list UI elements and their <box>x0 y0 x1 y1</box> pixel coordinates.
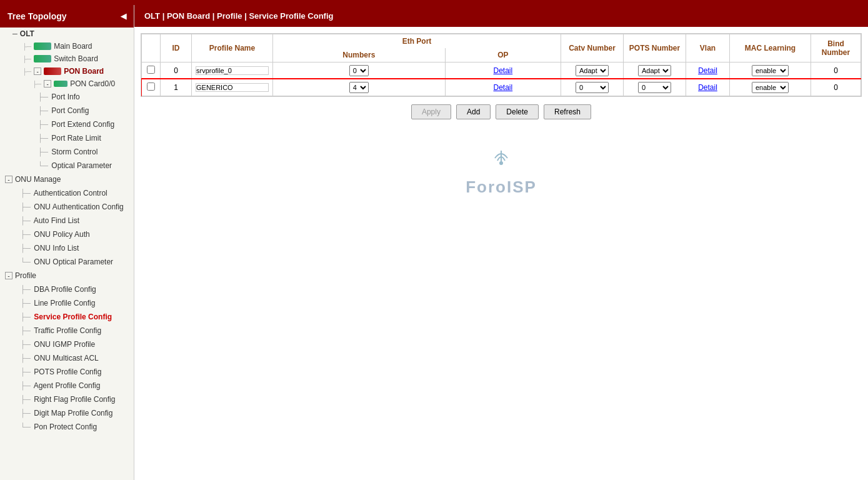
col-header-catv: Catv Number <box>561 34 624 62</box>
row1-profile-name-input[interactable] <box>196 83 269 92</box>
nav-onu-auth-config[interactable]: ├─ ONU Authentication Config <box>0 200 134 214</box>
row0-checkbox-cell <box>142 62 161 79</box>
nav-onu-multicast-acl[interactable]: ├─ ONU Multicast ACL <box>0 351 134 365</box>
table-wrapper: ID Profile Name Eth Port Catv Number POT… <box>141 33 862 97</box>
col-header-profile-name: Profile Name <box>192 34 273 62</box>
nav-service-profile[interactable]: ├─ Service Profile Config <box>0 310 134 324</box>
nav-port-config[interactable]: ├─ Port Config <box>0 104 134 118</box>
foro-isp-antenna-icon <box>489 144 514 169</box>
nav-port-rate-limit[interactable]: ├─ Port Rate Limit <box>0 131 134 145</box>
row0-bind-number: 0 <box>811 62 861 79</box>
row1-id: 1 <box>161 79 192 96</box>
sidebar-header[interactable]: Tree Topology ◀ <box>0 5 134 28</box>
row0-pots: Adapt 0 1 <box>624 62 686 79</box>
nav-port-extend-config[interactable]: ├─ Port Extend Config <box>0 118 134 131</box>
row1-catv-select[interactable]: Adapt 0 1 <box>576 82 609 93</box>
nav-onu-optical-param[interactable]: └─ ONU Optical Parameter <box>0 255 134 269</box>
pon-board-expand[interactable]: - <box>34 68 41 75</box>
row0-catv-select[interactable]: Adapt 0 1 <box>576 65 609 76</box>
onu-manage-label: ONU Manage <box>15 175 61 184</box>
row0-catv: Adapt 0 1 <box>561 62 624 79</box>
row0-mac-learning: enable disable <box>730 62 811 79</box>
row0-eth-numbers-select[interactable]: 0 1 2 4 <box>349 65 369 76</box>
sidebar-title: Tree Topology <box>7 11 67 21</box>
row1-profile-name <box>192 79 273 96</box>
watermark-area: ForoISP <box>141 144 862 197</box>
nav-auto-find-list[interactable]: ├─ Auto Find List <box>0 214 134 228</box>
switch-board-icon <box>34 55 51 62</box>
add-button[interactable]: Add <box>456 104 491 119</box>
delete-button[interactable]: Delete <box>496 104 539 119</box>
profile-label: Profile <box>15 271 36 280</box>
col-header-checkbox <box>142 34 161 62</box>
switch-board-label: Switch Board <box>54 54 98 63</box>
tree-item-switch-board[interactable]: ├─ Switch Board <box>0 52 134 65</box>
row0-eth-op: Detail <box>445 62 561 79</box>
top-bar <box>0 0 868 5</box>
row1-pots: Adapt 0 1 <box>624 79 686 96</box>
nav-onu-igmp-profile[interactable]: ├─ ONU IGMP Profile <box>0 338 134 351</box>
row0-profile-name <box>192 62 273 79</box>
pon-card-expand[interactable]: - <box>44 80 51 88</box>
row1-bind-number: 0 <box>811 79 861 96</box>
pon-board-icon <box>44 68 61 75</box>
nav-agent-profile[interactable]: ├─ Agent Profile Config <box>0 379 134 392</box>
action-bar: Apply Add Delete Refresh <box>141 104 862 119</box>
nav-dba-profile[interactable]: ├─ DBA Profile Config <box>0 282 134 296</box>
nav-auth-control[interactable]: ├─ Authentication Control <box>0 186 134 200</box>
watermark-icon <box>141 144 862 174</box>
row1-eth-op: Detail <box>445 79 561 96</box>
profile-expand[interactable]: - <box>5 272 12 279</box>
col-header-eth-port: Eth Port <box>273 34 561 49</box>
main-content: ID Profile Name Eth Port Catv Number POT… <box>134 27 868 480</box>
nav-onu-policy-auth[interactable]: ├─ ONU Policy Auth <box>0 228 134 241</box>
row1-eth-numbers: 0 1 2 4 <box>273 79 446 96</box>
nav-onu-info-list[interactable]: ├─ ONU Info List <box>0 241 134 255</box>
row1-catv: Adapt 0 1 <box>561 79 624 96</box>
pon-card-icon <box>54 81 67 87</box>
nav-pots-profile[interactable]: ├─ POTS Profile Config <box>0 365 134 379</box>
profile-group: - Profile <box>0 269 134 282</box>
nav-pon-protect-config[interactable]: └─ Pon Protect Config <box>0 420 134 434</box>
nav-digit-map-profile[interactable]: ├─ Digit Map Profile Config <box>0 406 134 420</box>
row0-id: 0 <box>161 62 192 79</box>
row1-checkbox[interactable] <box>147 82 155 91</box>
nav-optical-parameter[interactable]: └─ Optical Parameter <box>0 159 134 172</box>
sidebar-collapse-icon: ◀ <box>121 12 126 21</box>
row1-pots-select[interactable]: Adapt 0 1 <box>638 82 671 93</box>
col-header-id: ID <box>161 34 192 62</box>
tree-item-main-board[interactable]: ├─ Main Board <box>0 40 134 52</box>
row0-checkbox[interactable] <box>147 66 155 74</box>
row1-eth-numbers-select[interactable]: 0 1 2 4 <box>349 82 369 93</box>
row1-vlan-detail-link[interactable]: Detail <box>698 83 717 92</box>
tree-item-olt[interactable]: ─ OLT <box>0 28 134 40</box>
tree-item-pon-board[interactable]: ├─ - PON Board <box>0 65 134 78</box>
breadcrumb: OLT | PON Board | Profile | Service Prof… <box>134 5 868 27</box>
nav-traffic-profile[interactable]: ├─ Traffic Profile Config <box>0 324 134 338</box>
tree-item-pon-card[interactable]: ├─ - PON Card0/0 <box>0 78 134 90</box>
nav-port-info[interactable]: ├─ Port Info <box>0 90 134 104</box>
row0-mac-learning-select[interactable]: enable disable <box>752 65 789 76</box>
row0-profile-name-input[interactable] <box>196 66 269 75</box>
nav-right-flag-profile[interactable]: ├─ Right Flag Profile Config <box>0 392 134 406</box>
refresh-button[interactable]: Refresh <box>544 104 591 119</box>
nav-line-profile[interactable]: ├─ Line Profile Config <box>0 296 134 310</box>
row0-vlan-detail-link[interactable]: Detail <box>698 66 717 75</box>
service-profile-table: ID Profile Name Eth Port Catv Number POT… <box>141 34 861 96</box>
row1-checkbox-cell <box>142 79 161 96</box>
row1-mac-learning-select[interactable]: enable disable <box>752 82 789 93</box>
main-board-icon <box>34 42 51 50</box>
row1-vlan: Detail <box>686 79 730 96</box>
nav-storm-control[interactable]: ├─ Storm Control <box>0 145 134 159</box>
col-header-vlan: Vlan <box>686 34 730 62</box>
row1-mac-learning: enable disable <box>730 79 811 96</box>
onu-manage-expand[interactable]: - <box>5 176 12 183</box>
row0-detail-link[interactable]: Detail <box>494 66 513 75</box>
row0-pots-select[interactable]: Adapt 0 1 <box>638 65 671 76</box>
row1-detail-link[interactable]: Detail <box>494 83 513 92</box>
row0-vlan: Detail <box>686 62 730 79</box>
apply-button[interactable]: Apply <box>411 104 451 119</box>
pon-card-label: PON Card0/0 <box>70 79 115 88</box>
watermark-text: ForoISP <box>466 178 537 196</box>
row0-eth-numbers: 0 1 2 4 <box>273 62 446 79</box>
